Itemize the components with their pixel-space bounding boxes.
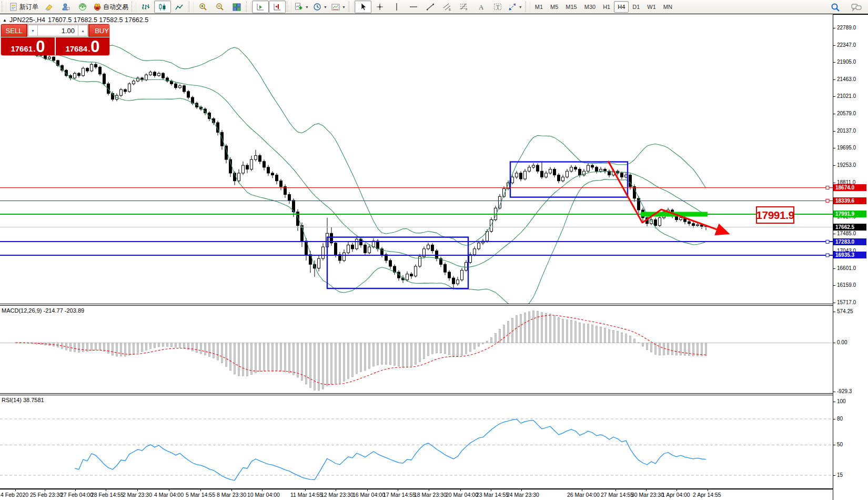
zoom-out-button[interactable] [211, 1, 228, 13]
timeframe-M30[interactable]: M30 [581, 1, 599, 13]
tile-windows-button[interactable] [228, 1, 245, 13]
volume-decrease-button[interactable]: ▼ [28, 25, 38, 36]
time-axis-tick [231, 488, 232, 491]
horizontal-line-button[interactable] [405, 1, 422, 13]
timeframe-H4[interactable]: H4 [614, 1, 629, 13]
candle [107, 84, 110, 93]
candlestick-chart-button[interactable] [154, 1, 171, 13]
text-label-button[interactable]: T [489, 1, 506, 13]
new-order-button[interactable]: 新订单 [7, 1, 41, 13]
symbol-timeframe: JPN225-,H4 [9, 16, 45, 24]
timeframe-H1[interactable]: H1 [599, 1, 614, 13]
zoom-in-button[interactable] [195, 1, 211, 13]
search-button[interactable] [827, 1, 844, 14]
toolbar-group-grip[interactable] [526, 2, 530, 12]
eraser-button[interactable] [41, 1, 57, 13]
bar-chart-button[interactable] [137, 1, 154, 13]
timeframe-M15[interactable]: M15 [562, 1, 580, 13]
candle [596, 167, 598, 171]
new-order-icon [9, 3, 18, 11]
fibonacci-button[interactable]: F [456, 1, 472, 13]
vertical-line-button[interactable] [388, 1, 405, 13]
candle [48, 57, 51, 58]
auto-scroll-button[interactable] [252, 1, 269, 13]
chart-shift-button[interactable] [269, 1, 286, 13]
timeframe-W1[interactable]: W1 [643, 1, 660, 13]
toolbar-group-grip[interactable] [287, 2, 291, 12]
trendline-button[interactable] [422, 1, 439, 13]
price-level-badge: 17662.5 [833, 224, 866, 231]
toolbar-group-grip[interactable] [132, 2, 136, 12]
volume-input[interactable] [38, 25, 78, 36]
toolbar: 新订单自动交易▼▼▼EFAT▼M1M5M15M30H1H4D1W1MN [0, 0, 868, 14]
macd-bar [66, 343, 67, 350]
toolbar-group-grip[interactable] [246, 2, 251, 12]
one-click-collapse-icon[interactable]: ▲ [3, 18, 7, 23]
text-button[interactable]: A [472, 1, 489, 13]
toolbar-group-grip[interactable] [349, 2, 354, 12]
dropdown-caret-icon[interactable]: ▼ [519, 5, 522, 9]
macd-bar [297, 343, 299, 377]
templates-button[interactable]: ▼ [329, 1, 348, 13]
macd-bar [339, 343, 341, 383]
toolbar-group-grip[interactable] [189, 2, 194, 12]
macd-bar [108, 343, 109, 353]
line-anchor-handle[interactable] [826, 186, 829, 189]
cursor-button[interactable] [355, 1, 371, 13]
macd-bar [83, 343, 84, 352]
arrows-button[interactable]: ▼ [506, 1, 524, 13]
time-axis-label: 24 Mar 23:30 [507, 492, 539, 498]
price-callout[interactable]: 17991.9 [756, 206, 794, 224]
axis-tick [833, 148, 835, 148]
macd-bar [647, 343, 648, 350]
macd-bar [659, 343, 661, 355]
sell-button[interactable]: SELL [1, 24, 27, 37]
timeframe-M5[interactable]: M5 [547, 1, 562, 13]
macd-bar [243, 343, 244, 376]
macd-bar [575, 321, 577, 343]
macd-bar [314, 343, 316, 390]
chat-button[interactable] [848, 1, 865, 14]
macd-canvas[interactable] [0, 306, 833, 393]
auto-trading-button[interactable]: 自动交易 [91, 1, 130, 13]
candle [633, 187, 636, 198]
rsi-canvas[interactable] [0, 395, 833, 488]
indicators-button[interactable]: ▼ [292, 1, 311, 13]
buy-price[interactable]: 17684 . 0 [56, 37, 109, 55]
axis-tick [833, 45, 835, 46]
equidistant-channel-button[interactable]: E [439, 1, 456, 13]
timeframe-MN[interactable]: MN [660, 1, 676, 13]
macd-bar [524, 313, 526, 343]
sell-price-frac: 0 [36, 39, 45, 55]
crosshair-button[interactable] [371, 1, 388, 13]
axis-tick [833, 268, 835, 269]
buy-button[interactable]: BUY [89, 24, 109, 37]
dropdown-caret-icon[interactable]: ▼ [324, 5, 327, 9]
line-anchor-handle[interactable] [826, 254, 829, 257]
macd-bar [158, 343, 160, 347]
dropdown-caret-icon[interactable]: ▼ [305, 5, 309, 9]
line-anchor-handle[interactable] [826, 240, 829, 243]
timeframe-M1[interactable]: M1 [531, 1, 547, 13]
macd-bar [415, 343, 417, 365]
time-axis-tick [429, 488, 429, 491]
profile-button[interactable] [57, 1, 74, 13]
periods-button[interactable]: ▼ [311, 1, 329, 13]
price-chart-canvas[interactable] [0, 14, 833, 304]
timeframe-D1[interactable]: D1 [629, 1, 643, 13]
candle [74, 73, 76, 78]
sell-price[interactable]: 17661 . 0 [1, 37, 55, 55]
candle [490, 219, 493, 231]
macd-bar [78, 343, 80, 352]
macd-bar [386, 343, 387, 364]
volume-increase-button[interactable]: ▲ [78, 25, 88, 36]
macd-bar [171, 343, 173, 347]
macd-bar [226, 343, 227, 366]
line-anchor-handle[interactable] [826, 199, 829, 202]
dropdown-caret-icon[interactable]: ▼ [342, 5, 346, 9]
eraser-icon [45, 3, 53, 11]
line-chart-button[interactable] [171, 1, 188, 13]
news-signal-button[interactable] [74, 1, 91, 13]
macd-tick-label: 0.00 [837, 339, 847, 345]
toolbar-group-grip[interactable] [2, 2, 6, 12]
